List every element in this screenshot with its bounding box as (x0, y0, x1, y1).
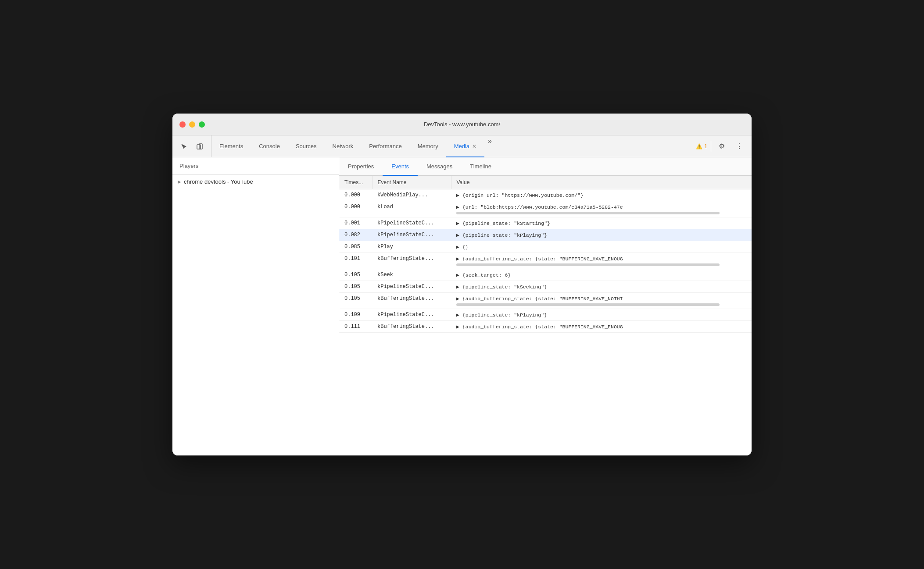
sidebar-item-youtube[interactable]: ▶ chrome devtools - YouTube (172, 175, 339, 188)
table-row[interactable]: 0.000kLoad▶ {url: "blob:https://www.yout… (339, 201, 752, 217)
cell-event: kLoad (372, 201, 451, 217)
device-toolbar-button[interactable] (193, 139, 207, 153)
table-row[interactable]: 0.000kWebMediaPlay...▶ {origin_url: "htt… (339, 189, 752, 201)
settings-button[interactable]: ⚙ (715, 139, 729, 153)
close-button[interactable] (179, 121, 186, 128)
table-row[interactable]: 0.085kPlay▶ {} (339, 241, 752, 253)
cell-event: kWebMediaPlay... (372, 189, 451, 201)
cell-timestamp: 0.000 (339, 201, 372, 217)
cell-event: kPipelineStateC... (372, 229, 451, 241)
table-row[interactable]: 0.082kPipelineStateC...▶ {pipeline_state… (339, 229, 752, 241)
cell-value: ▶ {audio_buffering_state: {state: "BUFFE… (451, 321, 752, 333)
sidebar-item-label: chrome devtools - YouTube (184, 178, 253, 185)
more-options-button[interactable]: ⋮ (732, 139, 746, 153)
cell-value: ▶ {pipeline_state: "kPlaying"} (451, 229, 752, 241)
maximize-button[interactable] (199, 121, 205, 128)
events-table: Times... Event Name Value 0.000kWebMedia… (339, 176, 752, 333)
cell-value: ▶ {audio_buffering_state: {state: "BUFFE… (451, 293, 752, 309)
sub-tab-timeline[interactable]: Timeline (461, 158, 500, 176)
cell-timestamp: 0.109 (339, 309, 372, 321)
warning-count: 1 (704, 143, 707, 149)
cell-timestamp: 0.105 (339, 281, 372, 293)
cell-value: ▶ {} (451, 241, 752, 253)
cell-timestamp: 0.085 (339, 241, 372, 253)
table-row[interactable]: 0.109kPipelineStateC...▶ {pipeline_state… (339, 309, 752, 321)
tab-performance[interactable]: Performance (361, 136, 409, 157)
toolbar-right: ⚠️ 1 ⚙ ⋮ (691, 135, 752, 157)
table-row[interactable]: 0.101kBufferingState...▶ {audio_bufferin… (339, 253, 752, 269)
devtools-window: DevTools - www.youtube.com/ Elements Con… (172, 114, 752, 455)
sub-tab-events[interactable]: Events (383, 158, 418, 176)
cell-event: kSeek (372, 269, 451, 281)
cell-timestamp: 0.105 (339, 293, 372, 309)
table-row[interactable]: 0.105kPipelineStateC...▶ {pipeline_state… (339, 281, 752, 293)
divider (711, 141, 711, 152)
tab-media-close[interactable]: ✕ (472, 143, 476, 149)
window-title: DevTools - www.youtube.com/ (424, 121, 500, 128)
cell-event: kPipelineStateC... (372, 217, 451, 229)
cell-event: kBufferingState... (372, 253, 451, 269)
cell-timestamp: 0.111 (339, 321, 372, 333)
tab-media[interactable]: Media ✕ (446, 136, 484, 157)
more-tabs-button[interactable]: » (484, 135, 495, 157)
cell-value: ▶ {pipeline_state: "kSeeking"} (451, 281, 752, 293)
cell-timestamp: 0.000 (339, 189, 372, 201)
cell-value: ▶ {url: "blob:https://www.youtube.com/c3… (451, 201, 752, 217)
table-row[interactable]: 0.105kSeek▶ {seek_target: 6} (339, 269, 752, 281)
sidebar: Players ▶ chrome devtools - YouTube (172, 157, 339, 455)
cell-value: ▶ {pipeline_state: "kStarting"} (451, 217, 752, 229)
sub-tab-messages[interactable]: Messages (418, 158, 461, 176)
cell-event: kBufferingState... (372, 293, 451, 309)
warning-badge[interactable]: ⚠️ 1 (696, 143, 707, 149)
table-row[interactable]: 0.105kBufferingState...▶ {audio_bufferin… (339, 293, 752, 309)
cell-value: ▶ {seek_target: 6} (451, 269, 752, 281)
events-table-container[interactable]: Times... Event Name Value 0.000kWebMedia… (339, 176, 752, 455)
cell-event: kPipelineStateC... (372, 281, 451, 293)
window-controls (179, 121, 205, 128)
cell-event: kPlay (372, 241, 451, 253)
cell-value: ▶ {pipeline_state: "kPlaying"} (451, 309, 752, 321)
devtools-toolbar: Elements Console Sources Network Perform… (172, 135, 752, 157)
cell-timestamp: 0.101 (339, 253, 372, 269)
cell-value: ▶ {origin_url: "https://www.youtube.com/… (451, 189, 752, 201)
minimize-button[interactable] (189, 121, 195, 128)
content-area: Players ▶ chrome devtools - YouTube Prop… (172, 157, 752, 455)
warning-icon: ⚠️ (696, 143, 702, 149)
chevron-right-icon: ▶ (178, 179, 181, 184)
col-header-value[interactable]: Value (451, 176, 752, 189)
table-header-row: Times... Event Name Value (339, 176, 752, 189)
col-header-event[interactable]: Event Name (372, 176, 451, 189)
col-header-timestamp[interactable]: Times... (339, 176, 372, 189)
cell-timestamp: 0.001 (339, 217, 372, 229)
cell-timestamp: 0.082 (339, 229, 372, 241)
sub-tab-bar: Properties Events Messages Timeline (339, 157, 752, 176)
titlebar: DevTools - www.youtube.com/ (172, 114, 752, 135)
sub-tab-properties[interactable]: Properties (339, 158, 383, 176)
cell-timestamp: 0.105 (339, 269, 372, 281)
table-row[interactable]: 0.111kBufferingState...▶ {audio_bufferin… (339, 321, 752, 333)
cell-event: kBufferingState... (372, 321, 451, 333)
tab-console[interactable]: Console (251, 136, 288, 157)
table-row[interactable]: 0.001kPipelineStateC...▶ {pipeline_state… (339, 217, 752, 229)
select-tool-button[interactable] (177, 139, 191, 153)
main-panel: Properties Events Messages Timeline Ti (339, 157, 752, 455)
tab-memory[interactable]: Memory (410, 136, 446, 157)
tab-network[interactable]: Network (325, 136, 362, 157)
toolbar-icon-group (172, 135, 211, 157)
cell-value: ▶ {audio_buffering_state: {state: "BUFFE… (451, 253, 752, 269)
tab-elements[interactable]: Elements (211, 136, 251, 157)
tab-sources[interactable]: Sources (288, 136, 325, 157)
svg-rect-0 (197, 145, 201, 149)
sidebar-header: Players (172, 157, 339, 175)
cell-event: kPipelineStateC... (372, 309, 451, 321)
main-tab-bar: Elements Console Sources Network Perform… (211, 135, 691, 157)
